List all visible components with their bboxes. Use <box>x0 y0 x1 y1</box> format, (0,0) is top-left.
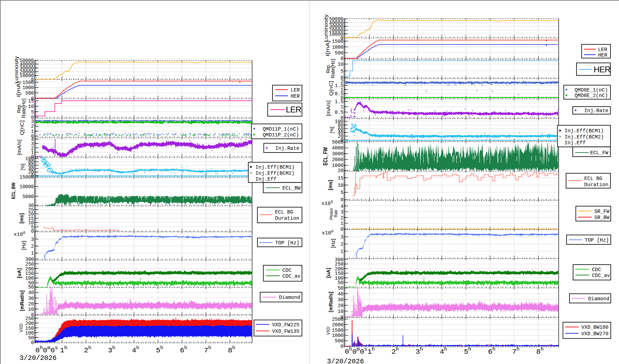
svg-text:3: 3 <box>341 234 343 240</box>
svg-text:2: 2 <box>341 215 343 221</box>
svg-text:0: 0 <box>341 56 343 61</box>
svg-text:100: 100 <box>335 119 343 124</box>
svg-text:1000: 1000 <box>332 163 343 168</box>
svg-text:50000: 50000 <box>329 16 343 22</box>
svg-text:500: 500 <box>335 50 343 56</box>
svg-text:ECL BG: ECL BG <box>584 176 603 181</box>
svg-text:1500: 1500 <box>22 80 34 85</box>
svg-text:Inj.Eff: Inj.Eff <box>565 140 586 146</box>
svg-text:0: 0 <box>341 197 343 203</box>
svg-text:50000: 50000 <box>20 58 34 63</box>
svg-text:[ms]: [ms] <box>19 213 24 223</box>
svg-text:Inj.Eff(BCM2): Inj.Eff(BCM2) <box>565 134 604 140</box>
svg-text:1500: 1500 <box>332 39 343 44</box>
svg-text:VXD_BW270: VXD_BW270 <box>581 331 608 337</box>
svg-text:20: 20 <box>338 303 343 308</box>
svg-text:Photon: Photon <box>329 208 334 220</box>
svg-text:I[mA]: I[mA] <box>16 81 21 97</box>
svg-text:2: 2 <box>341 79 343 84</box>
svg-text:250: 250 <box>25 316 34 321</box>
svg-text:1: 1 <box>31 129 34 134</box>
svg-text:[Hz]: [Hz] <box>330 239 336 248</box>
svg-text:Inj.Eff: Inj.Eff <box>255 177 277 182</box>
svg-text:5: 5 <box>31 109 34 115</box>
svg-text:10000: 10000 <box>20 184 34 190</box>
svg-text:Rate: Rate <box>333 210 338 217</box>
svg-text:[%]: [%] <box>20 164 25 170</box>
svg-text:1000: 1000 <box>22 85 34 90</box>
svg-text:200: 200 <box>25 321 34 326</box>
svg-text:10: 10 <box>338 62 343 67</box>
svg-text:300: 300 <box>25 257 34 262</box>
svg-text:100: 100 <box>25 156 34 161</box>
svg-text:4000: 4000 <box>332 145 343 151</box>
svg-text:VXD: VXD <box>19 324 24 332</box>
svg-text:QMD8E_1(nC): QMD8E_1(nC) <box>575 87 608 93</box>
svg-text:[mA/s]: [mA/s] <box>326 100 331 116</box>
svg-text:Inj.Rate: Inj.Rate <box>584 108 609 113</box>
svg-text:200: 200 <box>25 266 34 272</box>
svg-text:10: 10 <box>338 183 343 188</box>
svg-text:40: 40 <box>338 291 343 297</box>
svg-text:30: 30 <box>28 296 34 301</box>
svg-text:ECL BG: ECL BG <box>275 209 293 215</box>
svg-text:10: 10 <box>28 104 34 109</box>
svg-text:CDC_av: CDC_av <box>592 273 610 278</box>
svg-text:1000: 1000 <box>332 45 343 50</box>
svg-text:1: 1 <box>341 221 343 226</box>
svg-text:Diamond: Diamond <box>588 296 609 302</box>
svg-text:0: 0 <box>31 340 34 345</box>
svg-text:CDC_av: CDC_av <box>282 274 301 279</box>
svg-text:100: 100 <box>25 276 34 281</box>
svg-text:VXD: VXD <box>326 327 331 335</box>
svg-text:[mA/s]: [mA/s] <box>16 139 22 155</box>
svg-text:100: 100 <box>25 330 34 336</box>
svg-text:TOP [Hz]: TOP [Hz] <box>585 238 609 243</box>
svg-text:HER: HER <box>598 52 607 58</box>
svg-text:2000: 2000 <box>332 157 343 162</box>
svg-text:2000: 2000 <box>332 322 343 328</box>
svg-text:ECL_BW: ECL_BW <box>10 182 16 199</box>
svg-text:15: 15 <box>28 98 34 104</box>
svg-text:40: 40 <box>28 290 34 295</box>
svg-text:3: 3 <box>31 119 34 124</box>
svg-text:Rate[Hz]: Rate[Hz] <box>330 59 336 78</box>
svg-text:ECL_FW: ECL_FW <box>590 150 608 156</box>
svg-text:[uA]: [uA] <box>325 268 331 278</box>
svg-text:[mRad/s]: [mRad/s] <box>328 292 333 312</box>
svg-text:Inj.Eff(BCM2): Inj.Eff(BCM2) <box>255 171 295 176</box>
svg-text:1: 1 <box>341 249 343 254</box>
svg-text:10: 10 <box>338 309 343 314</box>
svg-text:Luminosity: Luminosity <box>14 56 19 84</box>
svg-text:HER: HER <box>594 65 610 74</box>
svg-text:I[mA]: I[mA] <box>325 40 330 56</box>
svg-text:VXD_FW135: VXD_FW135 <box>272 329 299 334</box>
svg-text:SR_FW: SR_FW <box>594 209 609 214</box>
svg-text:[ms]: [ms] <box>327 180 333 190</box>
svg-text:50: 50 <box>28 335 34 341</box>
svg-text:3/20/2026: 3/20/2026 <box>20 354 57 362</box>
svg-text:QMD11P_2(nC): QMD11P_2(nC) <box>263 132 299 138</box>
svg-text:[Hz]: [Hz] <box>21 241 26 250</box>
svg-text:150: 150 <box>25 326 34 331</box>
svg-text:1: 1 <box>31 251 34 256</box>
svg-text:[mRad/s]: [mRad/s] <box>19 291 25 311</box>
svg-text:3000: 3000 <box>332 151 343 157</box>
svg-text:30: 30 <box>338 297 343 303</box>
svg-text:50: 50 <box>28 284 34 290</box>
svg-text:Duration: Duration <box>275 216 300 221</box>
svg-text:4: 4 <box>341 204 343 209</box>
svg-text:50: 50 <box>338 286 343 291</box>
svg-text:CDC: CDC <box>592 267 601 272</box>
svg-text:Luminosity: Luminosity <box>323 14 329 42</box>
svg-text:QMD11P_1(nC): QMD11P_1(nC) <box>263 126 299 132</box>
svg-text:LER: LER <box>598 47 607 52</box>
svg-text:2: 2 <box>31 124 34 129</box>
svg-text:Inj.Eff(BCM1): Inj.Eff(BCM1) <box>255 165 295 170</box>
svg-text:3: 3 <box>341 209 343 215</box>
svg-text:Duration: Duration <box>584 182 609 187</box>
svg-text:LER: LER <box>286 105 301 114</box>
svg-text:Q[nC]: Q[nC] <box>19 121 25 135</box>
svg-text:3: 3 <box>31 237 34 242</box>
svg-text:10: 10 <box>28 307 34 312</box>
